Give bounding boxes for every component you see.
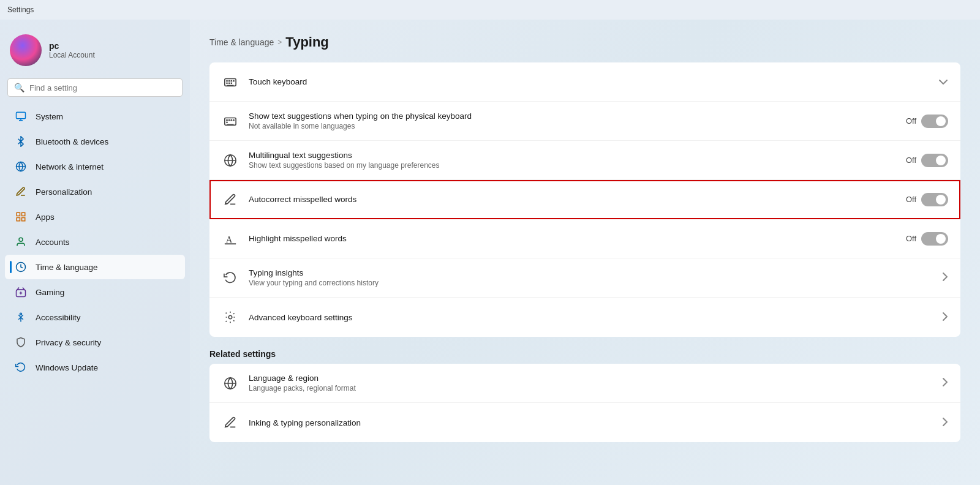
page-title: Typing [285, 34, 328, 50]
personalization-icon [15, 186, 27, 198]
autocorrect-title: Autocorrect misspelled words [249, 195, 896, 204]
svg-rect-5 [22, 212, 25, 216]
highlight-icon: A [222, 230, 239, 247]
bluetooth-icon [15, 135, 27, 148]
language_region-chevron-right-icon [942, 377, 948, 389]
svg-rect-30 [225, 118, 236, 125]
text_suggestions-icon [222, 113, 239, 130]
svg-point-13 [20, 313, 22, 315]
sidebar-item-time[interactable]: Time & language [5, 255, 185, 279]
language_region-icon [222, 375, 239, 392]
svg-point-8 [19, 238, 23, 241]
setting-row-inking_typing[interactable]: Inking & typing personalization [209, 403, 960, 442]
advanced_keyboard-icon [222, 309, 239, 326]
sidebar-item-label-system: System [36, 112, 63, 121]
sidebar-item-label-accessibility: Accessibility [36, 313, 81, 322]
sidebar-item-label-windowsupdate: Windows Update [36, 363, 98, 372]
language_region-title: Language & region [249, 374, 932, 383]
text_suggestions-toggle[interactable] [921, 115, 948, 128]
setting-row-language_region[interactable]: Language & regionLanguage packs, regiona… [209, 364, 960, 403]
breadcrumb: Time & language > Typing [209, 34, 960, 50]
system-icon [15, 110, 27, 122]
sidebar-item-label-bluetooth: Bluetooth & devices [36, 137, 108, 146]
main-content: Time & language > Typing Touch keyboardS… [190, 20, 980, 485]
sidebar-item-label-network: Network & internet [36, 162, 104, 171]
svg-text:A: A [226, 234, 233, 244]
inking_typing-chevron-right-icon [942, 417, 948, 429]
breadcrumb-parent[interactable]: Time & language [209, 37, 274, 47]
text_suggestions-desc: Not available in some languages [249, 122, 896, 130]
typing_insights-icon [222, 269, 239, 287]
setting-row-autocorrect[interactable]: Autocorrect misspelled wordsOff [209, 180, 960, 219]
settings-card-main: Touch keyboardShow text suggestions when… [209, 62, 960, 337]
sidebar-item-label-privacy: Privacy & security [36, 338, 101, 347]
svg-rect-6 [17, 218, 20, 221]
sidebar-item-personalization[interactable]: Personalization [5, 179, 185, 204]
setting-row-typing_insights[interactable]: Typing insightsView your typing and corr… [209, 258, 960, 298]
search-input[interactable] [29, 83, 176, 92]
setting-row-multilingual[interactable]: Multilingual text suggestionsShow text s… [209, 141, 960, 180]
active-indicator [10, 261, 12, 273]
highlight-title: Highlight misspelled words [249, 234, 896, 243]
autocorrect-toggle[interactable] [921, 193, 948, 206]
touch_keyboard-chevron-down-icon [938, 77, 948, 87]
setting-row-highlight[interactable]: AHighlight misspelled wordsOff [209, 219, 960, 258]
windowsupdate-icon [15, 361, 27, 374]
language_region-desc: Language packs, regional format [249, 384, 932, 393]
sidebar-item-privacy[interactable]: Privacy & security [5, 330, 185, 355]
user-account-type: Local Account [49, 51, 95, 59]
sidebar-item-label-personalization: Personalization [36, 187, 92, 197]
multilingual-desc: Show text suggestions based on my langua… [249, 161, 896, 170]
svg-rect-7 [22, 218, 25, 221]
sidebar-item-apps[interactable]: Apps [5, 205, 185, 229]
apps-icon [15, 211, 27, 223]
multilingual-toggle[interactable] [921, 154, 948, 167]
touch_keyboard-title: Touch keyboard [249, 77, 929, 86]
sidebar-item-bluetooth[interactable]: Bluetooth & devices [5, 129, 185, 154]
highlight-toggle-label: Off [906, 234, 916, 243]
user-name: pc [49, 41, 95, 51]
sidebar-item-network[interactable]: Network & internet [5, 154, 185, 179]
svg-point-38 [226, 203, 227, 203]
svg-point-41 [228, 315, 232, 319]
sidebar-item-label-apps: Apps [36, 212, 55, 222]
sidebar-item-accessibility[interactable]: Accessibility [5, 305, 185, 329]
svg-rect-4 [17, 212, 20, 216]
multilingual-title: Multilingual text suggestions [249, 151, 896, 160]
titlebar: Settings [0, 0, 980, 20]
search-icon: 🔍 [14, 83, 24, 92]
setting-row-touch_keyboard[interactable]: Touch keyboard [209, 62, 960, 102]
gaming-icon [15, 286, 27, 298]
typing_insights-title: Typing insights [249, 268, 932, 277]
titlebar-title: Settings [7, 6, 34, 14]
search-box[interactable]: 🔍 [7, 78, 183, 97]
time-icon [15, 261, 27, 273]
sidebar-item-windowsupdate[interactable]: Windows Update [5, 355, 185, 380]
related-settings-label: Related settings [209, 349, 960, 359]
highlight-toggle[interactable] [921, 232, 948, 246]
inking_typing-icon [222, 414, 239, 431]
sidebar: pc Local Account 🔍 SystemBluetooth & dev… [0, 20, 190, 485]
privacy-icon [15, 336, 27, 348]
typing_insights-chevron-right-icon [942, 272, 948, 284]
accessibility-icon [15, 311, 27, 323]
svg-rect-14 [225, 78, 236, 86]
accounts-icon [15, 236, 27, 248]
typing_insights-desc: View your typing and corrections history [249, 279, 932, 287]
multilingual-icon [222, 152, 239, 169]
avatar[interactable] [10, 34, 42, 66]
advanced_keyboard-title: Advanced keyboard settings [249, 313, 932, 322]
settings-card-related: Language & regionLanguage packs, regiona… [209, 364, 960, 442]
setting-row-text_suggestions[interactable]: Show text suggestions when typing on the… [209, 102, 960, 141]
svg-rect-0 [17, 112, 26, 119]
autocorrect-icon [222, 191, 239, 208]
multilingual-toggle-label: Off [906, 156, 916, 165]
breadcrumb-separator: > [277, 38, 282, 47]
user-info: pc Local Account [49, 41, 95, 59]
sidebar-item-system[interactable]: System [5, 104, 185, 129]
sidebar-item-gaming[interactable]: Gaming [5, 280, 185, 304]
setting-row-advanced_keyboard[interactable]: Advanced keyboard settings [209, 298, 960, 337]
inking_typing-title: Inking & typing personalization [249, 418, 932, 427]
sidebar-item-accounts[interactable]: Accounts [5, 230, 185, 254]
sidebar-item-label-time: Time & language [36, 263, 98, 272]
